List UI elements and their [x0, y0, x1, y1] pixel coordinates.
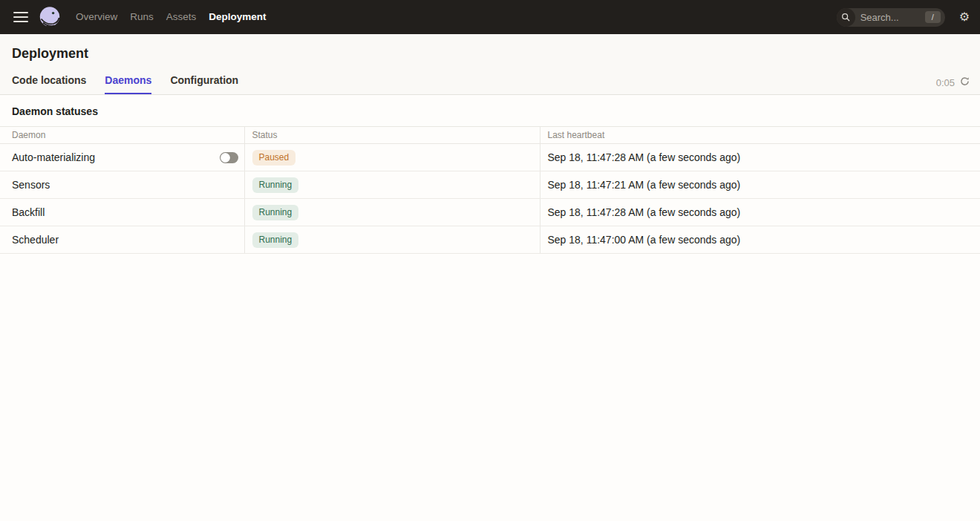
tab-configuration[interactable]: Configuration	[170, 71, 238, 94]
refresh-icon	[960, 76, 970, 88]
auto-materializing-toggle[interactable]	[220, 152, 238, 163]
app-root: Overview Runs Assets Deployment / ⚙ Depl…	[0, 0, 980, 254]
daemon-name: Auto-materializing	[12, 151, 95, 163]
tab-code-locations[interactable]: Code locations	[12, 71, 86, 94]
gear-icon: ⚙	[959, 10, 970, 23]
table-row: Sensors Running Sep 18, 11:47:21 AM (a f…	[0, 171, 980, 199]
nav-item-runs[interactable]: Runs	[130, 0, 154, 34]
toggle-knob	[220, 153, 230, 163]
nav-item-overview[interactable]: Overview	[76, 0, 117, 34]
search-icon	[837, 8, 855, 27]
daemon-name: Backfill	[12, 206, 45, 218]
search-box[interactable]: /	[837, 8, 945, 27]
table-header-row: Daemon Status Last heartbeat	[0, 127, 980, 144]
column-header-status: Status	[244, 127, 540, 144]
nav-menu-button[interactable]	[10, 6, 31, 28]
column-header-daemon: Daemon	[0, 127, 244, 144]
tab-bar: Code locations Daemons Configuration	[12, 71, 238, 94]
status-badge: Paused	[252, 150, 296, 166]
hamburger-icon	[13, 12, 28, 22]
dagster-logo-icon	[39, 6, 61, 28]
page-title: Deployment	[0, 34, 980, 71]
nav-item-assets[interactable]: Assets	[166, 0, 197, 34]
last-heartbeat: Sep 18, 11:47:28 AM (a few seconds ago)	[540, 144, 980, 171]
last-heartbeat: Sep 18, 11:47:28 AM (a few seconds ago)	[540, 199, 980, 226]
dagster-logo[interactable]	[39, 6, 61, 28]
main-nav: Overview Runs Assets Deployment	[76, 0, 267, 34]
page-header: Deployment Code locations Daemons Config…	[0, 34, 980, 95]
search-input[interactable]	[855, 12, 925, 23]
last-heartbeat: Sep 18, 11:47:21 AM (a few seconds ago)	[540, 171, 980, 199]
nav-item-deployment[interactable]: Deployment	[209, 0, 266, 34]
daemon-name: Sensors	[12, 179, 50, 191]
refresh-button[interactable]	[960, 76, 970, 88]
daemon-name: Scheduler	[12, 234, 59, 246]
search-shortcut-badge: /	[925, 11, 941, 23]
last-heartbeat: Sep 18, 11:47:00 AM (a few seconds ago)	[540, 226, 980, 254]
top-navigation-bar: Overview Runs Assets Deployment / ⚙	[0, 0, 980, 34]
refresh-control: 0:05	[936, 76, 970, 94]
tab-daemons[interactable]: Daemons	[105, 71, 151, 94]
status-badge: Running	[252, 205, 299, 220]
daemon-table: Daemon Status Last heartbeat Auto-materi…	[0, 126, 980, 254]
table-row: Scheduler Running Sep 18, 11:47:00 AM (a…	[0, 226, 980, 254]
table-row: Auto-materializing Paused Sep 18, 11:47:…	[0, 144, 980, 171]
content: Daemon statuses Daemon Status Last heart…	[0, 95, 980, 254]
settings-button[interactable]: ⚙	[959, 11, 970, 23]
section-title: Daemon statuses	[0, 95, 980, 126]
refresh-countdown: 0:05	[936, 77, 955, 88]
status-badge: Running	[252, 232, 299, 248]
tabs-row: Code locations Daemons Configuration 0:0…	[0, 71, 980, 94]
status-badge: Running	[252, 177, 299, 193]
table-row: Backfill Running Sep 18, 11:47:28 AM (a …	[0, 199, 980, 226]
column-header-last-heartbeat: Last heartbeat	[540, 127, 980, 144]
